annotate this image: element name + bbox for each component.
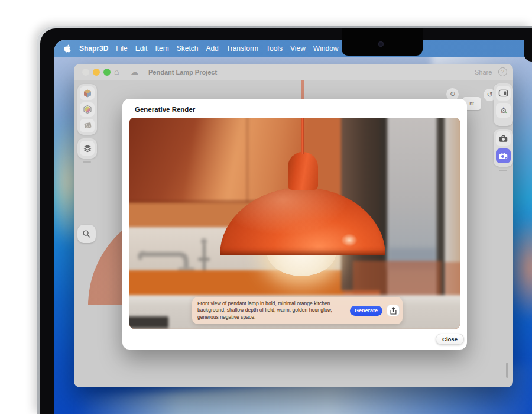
bezel-top-right-corner (524, 40, 532, 62)
render-view-icon[interactable] (80, 119, 95, 132)
menu-item-sketch[interactable]: Sketch (177, 44, 199, 53)
canvas-lamp-cord-dimmed (301, 80, 304, 99)
close-modal-button[interactable]: Close (436, 334, 464, 345)
cloud-sync-icon: ☁ (131, 67, 138, 76)
minimize-window-button[interactable] (93, 69, 100, 76)
window-title-bar: ⌂ ☁ Pendant Lamp Project Share ? (74, 64, 513, 80)
share-upload-icon (390, 307, 397, 315)
left-toolbar-group-items (77, 138, 97, 159)
menu-item-view[interactable]: View (290, 44, 306, 53)
prompt-bar: Front view of pendant lamp in bold, mini… (192, 297, 403, 324)
prompt-text-input[interactable]: Front view of pendant lamp in bold, mini… (197, 300, 346, 321)
webcam-icon (378, 41, 384, 47)
panel-icon[interactable] (496, 86, 511, 101)
lamp-specular-highlight (341, 234, 358, 247)
generate-button[interactable]: Generate (350, 306, 382, 316)
left-toolbar-drag-handle[interactable] (83, 161, 91, 163)
project-title: Pendant Lamp Project (148, 69, 217, 76)
menu-item-transform[interactable]: Transform (226, 44, 258, 53)
lamp-cord (301, 118, 304, 154)
right-toolbar-drag-handle[interactable] (499, 170, 507, 171)
right-toolbar-group-view (494, 83, 513, 126)
search-icon[interactable] (77, 225, 96, 243)
scrollbar-thumb[interactable] (506, 363, 508, 378)
menu-item-add[interactable]: Add (206, 44, 218, 53)
generative-render-icon[interactable] (496, 148, 511, 163)
menu-item-shapr3d[interactable]: Shapr3D (79, 44, 108, 53)
menu-item-item[interactable]: Item (155, 44, 168, 53)
render-image: Front view of pendant lamp in bold, mini… (129, 118, 460, 329)
display-notch (342, 28, 423, 56)
right-toolbar-group-render (494, 129, 513, 167)
left-toolbar-group-modeling (77, 84, 97, 135)
layers-icon[interactable] (80, 141, 95, 156)
share-button[interactable]: Share (475, 69, 492, 76)
marketing-scene: Shapr3D File Edit Item Sketch Add Transf… (0, 0, 532, 414)
zoom-window-button[interactable] (103, 69, 111, 76)
menu-item-file[interactable]: File (116, 44, 127, 53)
modal-title: Generative Render (135, 106, 195, 113)
apple-menu-icon[interactable] (64, 44, 71, 53)
orientation-gizmo-icon[interactable] (496, 103, 511, 118)
appearance-icon[interactable] (80, 102, 95, 116)
lamp-cap (288, 152, 318, 190)
camera-icon[interactable] (496, 131, 511, 146)
export-share-button[interactable] (387, 305, 400, 316)
home-icon[interactable]: ⌂ (114, 67, 119, 76)
menu-item-window[interactable]: Window (313, 44, 339, 53)
menu-item-tools[interactable]: Tools (266, 44, 283, 53)
menu-bar: Shapr3D File Edit Item Sketch Add Transf… (54, 40, 532, 57)
render-bg-warm-reflection-1 (353, 261, 442, 297)
solids-icon[interactable] (80, 86, 95, 100)
render-bg-sink (129, 316, 168, 328)
render-bg-warm-reflection-2 (445, 262, 460, 299)
close-window-button[interactable] (82, 69, 89, 76)
generative-render-modal: Generative Render (122, 99, 467, 350)
help-icon[interactable]: ? (498, 67, 507, 76)
laptop-screen: Shapr3D File Edit Item Sketch Add Transf… (54, 40, 532, 414)
menu-item-edit[interactable]: Edit (135, 44, 148, 53)
